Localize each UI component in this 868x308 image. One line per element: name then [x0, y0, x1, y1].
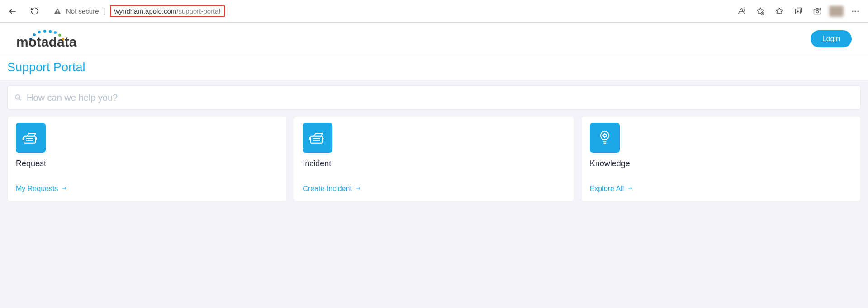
svg-point-7	[855, 10, 856, 12]
favorites-list-icon	[775, 7, 784, 16]
read-aloud-icon[interactable]	[732, 2, 750, 20]
star-plus-icon	[756, 7, 765, 16]
search-icon	[14, 93, 22, 102]
card-incident-link[interactable]: Create Incident	[303, 185, 565, 193]
card-request-link[interactable]: My Requests	[16, 185, 278, 193]
svg-point-13	[49, 30, 52, 33]
url-host: wyndham.apolo.com	[114, 7, 177, 15]
arrow-left-icon	[8, 7, 17, 16]
svg-point-12	[43, 30, 46, 33]
address-bar[interactable]: Not secure | wyndham.apolo.com/support-p…	[47, 3, 725, 19]
card-incident: Incident Create Incident	[294, 116, 574, 201]
svg-point-8	[857, 10, 859, 12]
svg-rect-1	[57, 12, 58, 13]
svg-point-21	[600, 131, 608, 140]
card-incident-title: Incident	[303, 159, 565, 168]
star-add-icon[interactable]	[751, 2, 769, 20]
text-aloud-icon	[737, 7, 746, 16]
not-secure-label: Not secure	[66, 7, 99, 15]
ticket-icon	[16, 123, 46, 153]
collections-icon[interactable]	[789, 2, 807, 20]
card-knowledge-title: Knowledge	[590, 159, 852, 168]
svg-rect-20	[311, 136, 322, 143]
svg-point-14	[54, 31, 57, 34]
card-knowledge: Knowledge Explore All	[581, 116, 861, 201]
motadata-logo[interactable]: motadata	[16, 28, 93, 49]
svg-point-5	[816, 10, 819, 13]
svg-point-18	[15, 95, 20, 99]
login-button[interactable]: Login	[811, 30, 852, 47]
main-content: Request My Requests Incident Create Inci…	[0, 85, 868, 201]
card-knowledge-link-label: Explore All	[590, 185, 624, 193]
card-request: Request My Requests	[7, 116, 287, 201]
collections-plus-icon	[794, 7, 803, 16]
screenshot-icon[interactable]	[808, 2, 826, 20]
arrow-right-icon	[355, 185, 362, 193]
avatar-blur	[829, 6, 844, 17]
card-request-title: Request	[16, 159, 278, 168]
svg-rect-0	[57, 10, 58, 12]
refresh-icon	[30, 7, 39, 15]
card-request-link-label: My Requests	[16, 185, 58, 193]
svg-point-22	[603, 134, 606, 137]
logo-svg: motadata	[16, 28, 93, 49]
svg-rect-4	[814, 9, 821, 14]
refresh-button[interactable]	[25, 2, 43, 20]
search-bar[interactable]	[7, 85, 861, 110]
ellipsis-icon	[851, 7, 860, 16]
browser-toolbar: Not secure | wyndham.apolo.com/support-p…	[0, 0, 868, 23]
arrow-right-icon	[61, 185, 68, 193]
lightbulb-icon	[590, 123, 620, 153]
back-button[interactable]	[4, 2, 22, 20]
page-title: Support Portal	[0, 55, 868, 80]
app-header: motadata Login	[0, 23, 868, 55]
svg-point-11	[38, 31, 41, 33]
svg-point-6	[852, 10, 854, 12]
arrow-right-icon	[626, 185, 634, 193]
cards-row: Request My Requests Incident Create Inci…	[7, 116, 861, 201]
card-knowledge-link[interactable]: Explore All	[590, 185, 852, 193]
address-separator: |	[104, 7, 105, 15]
card-incident-link-label: Create Incident	[303, 185, 352, 193]
search-input[interactable]	[27, 93, 854, 103]
camera-icon	[813, 7, 822, 16]
warning-triangle-icon	[53, 7, 62, 15]
ticket-icon	[303, 123, 332, 153]
browser-right-controls	[732, 2, 864, 20]
url-display: wyndham.apolo.com/support-portal	[110, 5, 225, 17]
profile-avatar[interactable]	[827, 2, 845, 20]
more-menu-button[interactable]	[846, 2, 864, 20]
url-path: /support-portal	[176, 7, 220, 15]
svg-text:motadata: motadata	[16, 34, 77, 49]
svg-rect-19	[24, 136, 35, 143]
favorites-icon[interactable]	[770, 2, 788, 20]
